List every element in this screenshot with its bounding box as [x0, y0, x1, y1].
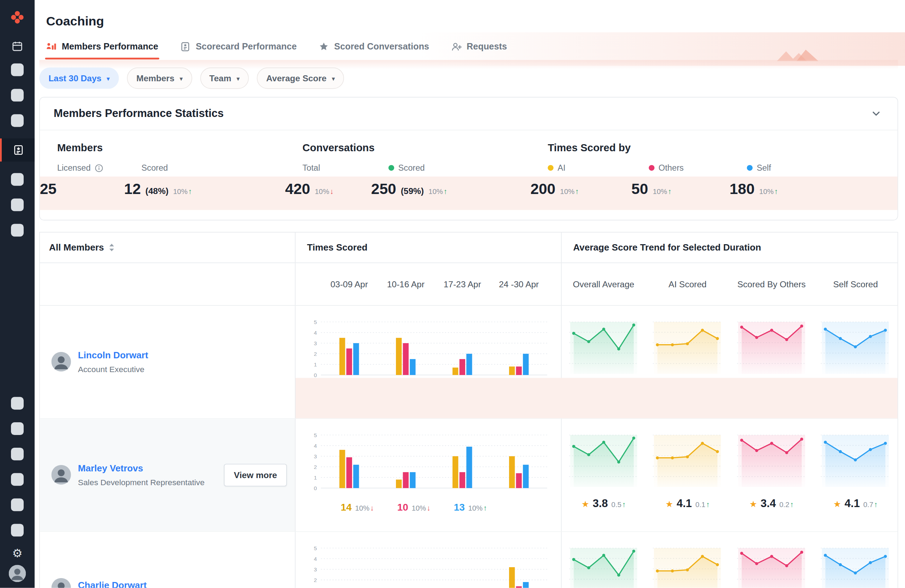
score-value: ★3.80.5: [581, 497, 626, 510]
team-filter[interactable]: Team▾: [200, 68, 249, 89]
trend-arrow-icon: [330, 187, 334, 195]
trend-arrow-icon: [483, 504, 487, 512]
members-filter[interactable]: Members▾: [127, 68, 192, 89]
trend-cell-ai: ★4.10.1: [646, 419, 730, 531]
stat-others-value: 50 10%: [631, 181, 730, 198]
trend-arrow-icon: [444, 187, 448, 195]
nav-placeholder-icon[interactable]: [11, 448, 24, 460]
stat-number: 420: [285, 181, 310, 198]
member-name-link[interactable]: Lincoln Dorwart: [78, 350, 148, 360]
nav-placeholder-icon[interactable]: [11, 524, 24, 536]
filter-label: Average Score: [266, 73, 327, 83]
score-trend-line-chart: [568, 317, 639, 382]
times-scored-header: Times Scored: [307, 242, 368, 253]
collapse-chevron-icon[interactable]: [868, 106, 883, 121]
score-trend-line-chart: [568, 430, 639, 495]
trend-arrow-icon: [483, 390, 487, 399]
nav-placeholder-icon[interactable]: [11, 422, 24, 435]
performance-statistics-card: Members Performance Statistics Members C…: [39, 97, 898, 220]
stat-scored-conversations-value: 250 (59%) 10%: [371, 181, 530, 198]
star-icon: ★: [833, 386, 841, 396]
view-more-button[interactable]: View more: [224, 464, 287, 486]
table-row: Charlie Dorwart 543210: [40, 532, 897, 588]
trend-arrow-icon: [427, 390, 430, 399]
score-trend-line-chart: [820, 317, 891, 382]
trend-cell-ai: ★4.10.1: [646, 306, 730, 418]
tab-members-performance[interactable]: Members Performance: [46, 42, 158, 60]
trend-arrow-icon: [427, 504, 430, 512]
stat-delta: 10%: [759, 187, 778, 195]
svg-text:2: 2: [314, 351, 317, 357]
nav-placeholder-icon[interactable]: [11, 173, 24, 186]
nav-placeholder-icon[interactable]: [11, 473, 24, 486]
score-value: ★3.40.2: [749, 497, 794, 510]
trend-arrow-icon: [188, 187, 192, 195]
info-icon[interactable]: [95, 163, 103, 172]
member-name-link[interactable]: Marley Vetrovs: [78, 463, 204, 474]
bar-totals-row: 1410% 1010% 1310%: [329, 502, 561, 514]
member-name-link[interactable]: Charlie Dorwart: [78, 580, 147, 588]
score-value: ★4.10.1: [665, 384, 710, 397]
stat-licensed-value: 25: [40, 181, 124, 198]
stat-number: 50: [631, 181, 648, 198]
svg-text:2: 2: [314, 464, 317, 470]
svg-text:1: 1: [314, 361, 317, 368]
svg-text:5: 5: [314, 432, 317, 438]
bar-total: 1010%: [386, 502, 442, 514]
stat-delta: 10%: [314, 187, 333, 195]
trend-column-label: Overall Average: [562, 279, 646, 289]
bar-total: 1410%: [329, 502, 386, 514]
app-logo-icon[interactable]: [9, 9, 25, 25]
nav-placeholder-icon[interactable]: [11, 63, 24, 76]
members-performance-icon: [46, 42, 57, 52]
nav-placeholder-icon[interactable]: [11, 223, 24, 236]
trend-arrow-icon: [790, 500, 794, 509]
svg-text:5: 5: [314, 319, 317, 325]
times-scored-bar-chart: 543210: [304, 317, 561, 387]
trend-arrow-icon: [370, 390, 374, 399]
stat-label-licensed: Licensed: [57, 163, 141, 173]
nav-placeholder-icon[interactable]: [11, 397, 24, 410]
date-range-filter[interactable]: Last 30 Days▾: [39, 68, 119, 89]
nav-placeholder-icon[interactable]: [11, 114, 24, 127]
tab-scored-conversations[interactable]: Scored Conversations: [319, 42, 429, 60]
score-trend-line-chart: [736, 317, 807, 382]
score-trend-line-chart: [736, 544, 807, 588]
nav-placeholder-icon[interactable]: [11, 499, 24, 511]
tab-label: Scored Conversations: [334, 42, 429, 52]
stat-number: 180: [730, 181, 755, 198]
settings-gear-icon[interactable]: ⚙: [12, 547, 22, 559]
filter-label: Team: [209, 73, 231, 83]
calendar-nav-icon[interactable]: [12, 40, 23, 52]
svg-text:4: 4: [314, 556, 317, 562]
scorecard-performance-icon: [180, 42, 191, 52]
card-title: Members Performance Statistics: [54, 108, 224, 120]
score-metric-filter[interactable]: Average Score▾: [257, 68, 345, 89]
chevron-down-icon: ▾: [237, 76, 240, 82]
stat-number: 200: [530, 181, 556, 198]
user-avatar[interactable]: [8, 565, 26, 582]
stat-label-text: AI: [557, 163, 565, 173]
bar-total: 1310%: [442, 502, 499, 514]
stat-percent: (48%): [145, 186, 168, 196]
svg-text:3: 3: [314, 566, 317, 572]
trend-column-label: Scored By Others: [730, 279, 814, 289]
trend-arrow-icon: [874, 387, 878, 395]
stat-percent: (59%): [401, 186, 424, 196]
table-row: Marley Vetrovs Sales Development Represe…: [40, 419, 897, 532]
group-members-heading: Members: [57, 142, 303, 154]
nav-placeholder-icon[interactable]: [11, 198, 24, 211]
stat-label-others: Others: [649, 163, 747, 173]
stat-number: 25: [40, 181, 57, 198]
sort-icon[interactable]: [108, 243, 115, 252]
svg-text:3: 3: [314, 453, 317, 460]
tab-label: Scorecard Performance: [196, 42, 297, 52]
tab-scorecard-performance[interactable]: Scorecard Performance: [180, 42, 297, 60]
nav-placeholder-icon[interactable]: [11, 89, 24, 101]
stat-delta: 10%: [560, 187, 579, 195]
coaching-scorecard-nav-icon[interactable]: [0, 138, 35, 162]
tab-requests[interactable]: Requests: [451, 42, 507, 60]
stat-label-text: Self: [757, 163, 771, 173]
filter-label: Last 30 Days: [48, 73, 102, 83]
trend-columns: Overall Average AI Scored Scored By Othe…: [562, 263, 897, 305]
